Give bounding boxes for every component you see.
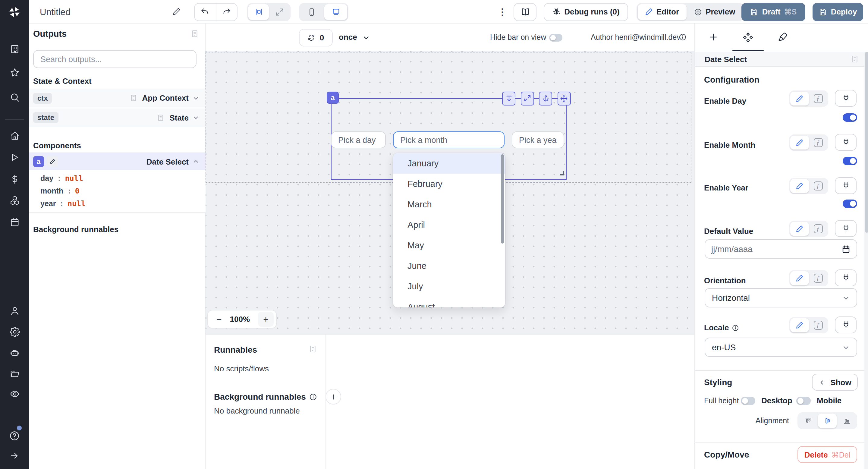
redo-button[interactable]: [216, 3, 237, 20]
month-option[interactable]: August: [393, 296, 505, 307]
rail-collapse-button[interactable]: [0, 447, 29, 465]
locale-select[interactable]: en-US: [705, 338, 857, 357]
rail-workers-button[interactable]: [0, 344, 29, 362]
tab-styling[interactable]: [777, 32, 788, 43]
runnables-doc-button[interactable]: [309, 345, 317, 353]
enable-month-switch[interactable]: [843, 157, 857, 165]
eval-mode-button[interactable]: ƒ: [809, 271, 827, 285]
tab-preview[interactable]: Preview: [686, 4, 742, 20]
month-option[interactable]: February: [393, 174, 505, 194]
mobile-view-button[interactable]: [300, 4, 323, 20]
locale-connect-button[interactable]: [835, 316, 857, 333]
fullscreen-canvas-button[interactable]: [270, 4, 289, 20]
rename-component-button[interactable]: [47, 156, 58, 167]
dropdown-scrollbar[interactable]: [501, 154, 504, 244]
rail-favorites-button[interactable]: [0, 63, 29, 82]
info-icon[interactable]: [732, 324, 739, 331]
center-canvas-button[interactable]: [248, 4, 269, 20]
rail-variables-button[interactable]: [0, 170, 29, 188]
undo-button[interactable]: [195, 3, 216, 20]
full-height-toggle[interactable]: [741, 397, 755, 405]
rail-search-button[interactable]: [0, 88, 29, 106]
static-mode-button[interactable]: [790, 271, 809, 285]
default-value-connect-button[interactable]: [835, 220, 857, 237]
rail-folders-button[interactable]: [0, 364, 29, 382]
tab-editor[interactable]: Editor: [638, 4, 686, 20]
align-top-button[interactable]: [799, 413, 817, 428]
rail-runs-button[interactable]: [0, 148, 29, 166]
rename-title-button[interactable]: [173, 7, 181, 16]
ctx-row[interactable]: ctx App Context: [29, 89, 206, 107]
orientation-select[interactable]: Horizontal: [705, 288, 857, 307]
static-mode-button[interactable]: [790, 179, 809, 193]
prop-year[interactable]: year:null: [40, 199, 86, 208]
tab-insert-component[interactable]: [708, 32, 718, 42]
rail-resources-button[interactable]: [0, 191, 29, 209]
delete-component-button[interactable]: Delete ⌘Del: [798, 446, 857, 463]
zoom-out-button[interactable]: −: [208, 314, 222, 324]
rail-audit-button[interactable]: [0, 385, 29, 403]
month-option[interactable]: January: [393, 153, 505, 174]
component-output-row[interactable]: a Date Select: [29, 153, 206, 170]
rail-schedules-button[interactable]: [0, 213, 29, 231]
month-option[interactable]: May: [393, 235, 505, 256]
deploy-button[interactable]: Deploy: [812, 3, 863, 21]
pick-month-input[interactable]: [394, 135, 504, 145]
enable-year-switch[interactable]: [843, 199, 857, 208]
static-mode-button[interactable]: [790, 318, 809, 332]
app-canvas[interactable]: a January February March April May June …: [206, 51, 694, 334]
draft-button[interactable]: Draft ⌘S: [741, 3, 805, 21]
fill-height-button[interactable]: [502, 91, 516, 105]
rail-help-button[interactable]: [0, 427, 29, 445]
settings-scrollbar-thumb[interactable]: [865, 52, 868, 233]
expand-component-button[interactable]: [521, 91, 534, 105]
month-option[interactable]: March: [393, 194, 505, 215]
rail-workspace-button[interactable]: [0, 40, 29, 58]
pick-year-input[interactable]: [513, 135, 564, 145]
enable-day-connect-button[interactable]: [835, 90, 857, 107]
eval-mode-button[interactable]: ƒ: [809, 179, 827, 193]
rail-home-button[interactable]: [0, 127, 29, 145]
windmill-logo[interactable]: [0, 0, 29, 24]
debug-runs-button[interactable]: Debug runs (0): [544, 3, 628, 21]
refresh-count-button[interactable]: 0: [299, 29, 333, 46]
enable-month-connect-button[interactable]: [835, 134, 857, 151]
eval-mode-button[interactable]: ƒ: [809, 318, 827, 332]
month-option[interactable]: July: [393, 276, 505, 296]
desktop-mobile-toggle[interactable]: [796, 397, 811, 405]
settings-doc-button[interactable]: [850, 55, 859, 63]
eval-mode-button[interactable]: ƒ: [809, 222, 827, 236]
docs-button[interactable]: [514, 3, 536, 21]
info-icon[interactable]: [310, 393, 317, 401]
static-mode-button[interactable]: [790, 222, 809, 236]
resize-handle[interactable]: [560, 171, 564, 176]
eval-mode-button[interactable]: ƒ: [809, 92, 827, 105]
move-component-button[interactable]: [557, 91, 570, 105]
add-background-runnable-button[interactable]: [326, 389, 341, 405]
month-option[interactable]: April: [393, 215, 505, 235]
orientation-connect-button[interactable]: [835, 270, 857, 286]
prop-day[interactable]: day:null: [40, 174, 83, 183]
month-option[interactable]: June: [393, 256, 505, 276]
rail-settings-button[interactable]: [0, 322, 29, 341]
rail-users-button[interactable]: [0, 302, 29, 319]
info-icon[interactable]: [679, 33, 687, 41]
eval-mode-button[interactable]: ƒ: [809, 136, 827, 150]
static-mode-button[interactable]: [790, 136, 809, 150]
chevron-down-icon[interactable]: [362, 34, 370, 41]
outputs-doc-button[interactable]: [190, 30, 199, 38]
enable-year-connect-button[interactable]: [835, 177, 857, 194]
pick-day-input[interactable]: [332, 135, 385, 145]
static-mode-button[interactable]: [790, 92, 809, 105]
calendar-icon[interactable]: [841, 245, 850, 253]
prop-month[interactable]: month:0: [40, 186, 80, 195]
styling-show-button[interactable]: Show: [812, 374, 858, 390]
default-value-input[interactable]: [711, 244, 802, 254]
hide-bar-toggle[interactable]: [549, 33, 562, 41]
tab-component-settings[interactable]: [743, 32, 753, 43]
desktop-view-button[interactable]: [324, 4, 347, 20]
state-row[interactable]: state State: [29, 108, 206, 127]
align-center-button[interactable]: [818, 413, 837, 428]
more-menu-button[interactable]: ⋮: [498, 7, 507, 18]
outputs-search-input[interactable]: [34, 55, 196, 64]
